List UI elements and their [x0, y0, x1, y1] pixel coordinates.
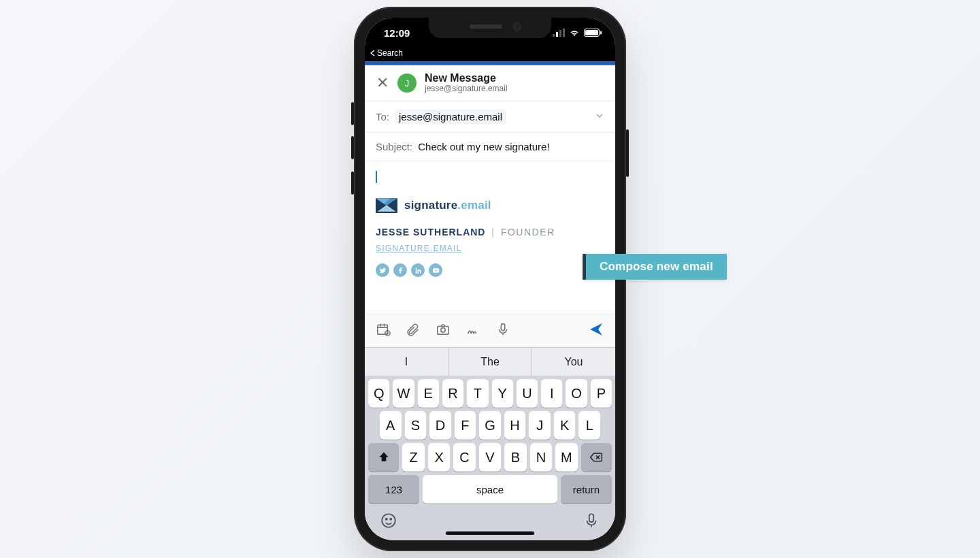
- cellular-icon: [553, 29, 565, 37]
- calendar-icon[interactable]: [376, 322, 391, 340]
- mic-icon[interactable]: [495, 322, 510, 340]
- subject-value: Check out my new signature!: [418, 141, 549, 152]
- return-key[interactable]: return: [561, 475, 612, 504]
- svg-rect-2: [559, 30, 561, 37]
- compose-from-email: jesse@signature.email: [425, 84, 508, 94]
- text-cursor: [376, 171, 377, 183]
- suggestion-1[interactable]: I: [365, 348, 448, 376]
- key-w[interactable]: W: [393, 379, 414, 408]
- linkedin-icon[interactable]: [411, 263, 425, 277]
- youtube-icon[interactable]: [429, 263, 442, 277]
- compose-toolbar: [365, 314, 615, 347]
- key-c[interactable]: C: [453, 443, 475, 472]
- key-j[interactable]: J: [529, 411, 551, 440]
- send-button[interactable]: [588, 321, 604, 340]
- signature-name: JESSE SUTHERLAND: [376, 227, 485, 237]
- svg-point-10: [441, 328, 445, 332]
- ios-keyboard: I The You Q W E R T Y U I O P A S D F: [365, 347, 615, 540]
- signature-link[interactable]: SIGNATURE.EMAIL: [376, 244, 461, 253]
- shift-key[interactable]: [368, 443, 399, 472]
- space-key[interactable]: space: [423, 475, 557, 504]
- key-f[interactable]: F: [455, 411, 476, 440]
- to-field-row[interactable]: To: jesse@signature.email: [365, 101, 615, 133]
- subject-label: Subject:: [376, 141, 412, 152]
- key-o[interactable]: O: [566, 379, 587, 408]
- to-recipient-chip[interactable]: jesse@signature.email: [395, 110, 506, 124]
- signature-icon[interactable]: [466, 322, 480, 340]
- facebook-icon[interactable]: [393, 263, 407, 277]
- suggestion-2[interactable]: The: [448, 348, 532, 376]
- home-indicator[interactable]: [446, 531, 534, 535]
- dictation-key[interactable]: [583, 512, 600, 534]
- key-q[interactable]: Q: [368, 379, 389, 408]
- key-a[interactable]: A: [380, 411, 402, 440]
- key-s[interactable]: S: [405, 411, 427, 440]
- battery-icon: [584, 29, 602, 37]
- compose-title: New Message: [425, 72, 508, 84]
- key-e[interactable]: E: [418, 379, 439, 408]
- svg-rect-15: [589, 514, 594, 522]
- back-label: Search: [377, 48, 403, 58]
- envelope-icon: [376, 198, 397, 213]
- key-d[interactable]: D: [429, 411, 451, 440]
- sender-avatar: J: [397, 73, 416, 93]
- signature-brand: signature.email: [404, 199, 491, 212]
- signature-social-row: [376, 263, 604, 277]
- status-icons: [553, 29, 602, 37]
- suggestion-3[interactable]: You: [532, 348, 615, 376]
- svg-point-13: [386, 519, 387, 520]
- compose-header: ✕ J New Message jesse@signature.email: [365, 65, 615, 101]
- svg-rect-0: [553, 34, 555, 37]
- compose-body[interactable]: signature.email JESSE SUTHERLAND | FOUND…: [365, 161, 615, 314]
- svg-rect-6: [600, 31, 602, 35]
- twitter-icon[interactable]: [376, 263, 389, 277]
- key-v[interactable]: V: [479, 443, 501, 472]
- key-z[interactable]: Z: [402, 443, 424, 472]
- status-bar: 12:09: [365, 18, 615, 48]
- phone-screen: 12:09 Search ✕ J New Message jesse@signa…: [365, 18, 615, 540]
- svg-rect-11: [501, 324, 505, 331]
- emoji-key[interactable]: [380, 512, 397, 534]
- signature-name-row: JESSE SUTHERLAND | FOUNDER: [376, 227, 604, 237]
- signature-role: FOUNDER: [501, 227, 555, 237]
- backspace-key[interactable]: [581, 443, 612, 472]
- key-x[interactable]: X: [428, 443, 450, 472]
- key-n[interactable]: N: [530, 443, 552, 472]
- key-u[interactable]: U: [517, 379, 538, 408]
- svg-rect-3: [563, 29, 565, 37]
- signature-logo-row: signature.email: [376, 198, 604, 213]
- subject-field-row[interactable]: Subject: Check out my new signature!: [365, 133, 615, 161]
- key-l[interactable]: L: [578, 411, 600, 440]
- to-label: To:: [376, 111, 389, 122]
- key-m[interactable]: M: [555, 443, 577, 472]
- back-to-app-strip[interactable]: Search: [365, 48, 615, 61]
- chevron-down-icon[interactable]: [595, 111, 604, 122]
- key-r[interactable]: R: [442, 379, 463, 408]
- compose-callout: Compose new email: [583, 254, 727, 280]
- keyboard-suggestions: I The You: [365, 347, 615, 376]
- numeric-key[interactable]: 123: [368, 475, 419, 504]
- status-time: 12:09: [384, 27, 410, 39]
- svg-point-12: [382, 514, 395, 527]
- svg-rect-5: [585, 30, 598, 35]
- compose-callout-label: Compose new email: [600, 260, 713, 274]
- close-icon[interactable]: ✕: [376, 74, 389, 92]
- svg-rect-7: [378, 325, 388, 335]
- key-i[interactable]: I: [541, 379, 562, 408]
- attachment-icon[interactable]: [406, 322, 421, 340]
- key-b[interactable]: B: [504, 443, 526, 472]
- camera-icon[interactable]: [436, 322, 451, 340]
- key-h[interactable]: H: [504, 411, 526, 440]
- key-p[interactable]: P: [591, 379, 612, 408]
- wifi-icon: [569, 29, 580, 37]
- key-g[interactable]: G: [479, 411, 501, 440]
- key-t[interactable]: T: [467, 379, 488, 408]
- svg-point-14: [390, 519, 391, 520]
- back-caret-icon: [370, 50, 376, 56]
- key-y[interactable]: Y: [492, 379, 513, 408]
- key-k[interactable]: K: [554, 411, 576, 440]
- svg-rect-1: [556, 32, 558, 37]
